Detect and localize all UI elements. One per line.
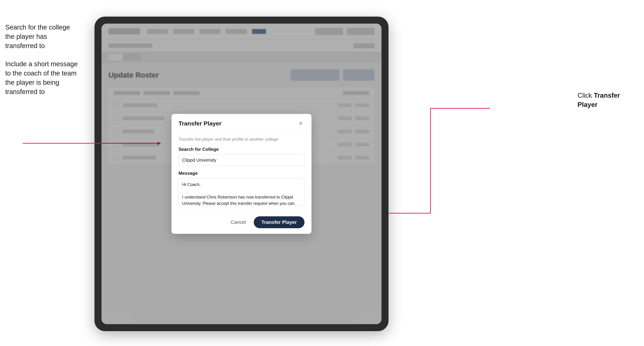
tablet-screen: Update Roster xyxy=(102,23,382,324)
annotation-search-text: Search for the college the player has tr… xyxy=(5,23,79,51)
left-annotations: Search for the college the player has tr… xyxy=(5,23,79,105)
college-label: Search for College xyxy=(178,147,304,152)
modal-footer: Cancel Transfer Player xyxy=(172,212,312,234)
modal-description: Transfer the player and their profile to… xyxy=(178,137,304,142)
modal-header: Transfer Player ✕ xyxy=(172,114,312,132)
transfer-player-button[interactable]: Transfer Player xyxy=(254,216,304,228)
tablet-device: Update Roster xyxy=(94,16,388,331)
right-annotation: Click Transfer Player xyxy=(578,91,639,109)
modal-title: Transfer Player xyxy=(178,120,222,127)
annotation-click-text: Click Transfer Player xyxy=(578,91,639,109)
message-label: Message xyxy=(178,171,304,176)
modal-overlay: Transfer Player ✕ Transfer the player an… xyxy=(102,23,382,324)
message-textarea[interactable] xyxy=(178,178,304,206)
cancel-button[interactable]: Cancel xyxy=(227,217,249,227)
college-search-input[interactable] xyxy=(178,154,304,166)
transfer-player-modal: Transfer Player ✕ Transfer the player an… xyxy=(172,114,312,234)
modal-body: Transfer the player and their profile to… xyxy=(172,132,312,212)
modal-close-button[interactable]: ✕ xyxy=(297,120,304,127)
annotation-message-text: Include a short message to the coach of … xyxy=(5,59,79,97)
